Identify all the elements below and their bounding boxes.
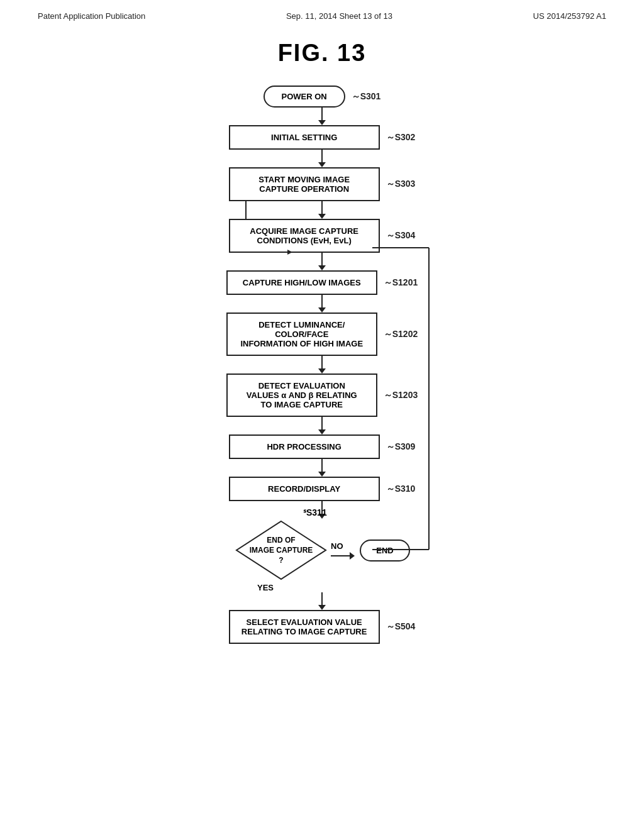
svg-text:?: ? bbox=[279, 556, 283, 565]
box-end: END bbox=[360, 540, 410, 562]
svg-text:END OF: END OF bbox=[267, 536, 295, 545]
step-s1202: DETECT LUMINANCE/COLOR/FACEINFORMATION O… bbox=[146, 313, 498, 356]
box-start-moving: START MOVING IMAGECAPTURE OPERATION bbox=[229, 167, 380, 201]
box-record-display: RECORD/DISPLAY bbox=[229, 477, 380, 501]
step-s310: RECORD/DISPLAY ～S310 bbox=[146, 477, 498, 501]
label-s304: ～S304 bbox=[386, 230, 416, 241]
step-s303: START MOVING IMAGECAPTURE OPERATION ～S30… bbox=[146, 167, 498, 201]
box-capture-highlow: CAPTURE HIGH/LOW IMAGES bbox=[226, 270, 377, 295]
figure-title: FIG. 13 bbox=[0, 40, 644, 67]
step-s302: INITIAL SETTING ～S302 bbox=[146, 125, 498, 150]
box-select-eval: SELECT EVALUATION VALUERELATING TO IMAGE… bbox=[229, 610, 380, 644]
label-s311: ˢS311 bbox=[303, 507, 327, 517]
arrow-10 bbox=[318, 592, 326, 610]
arrow-7 bbox=[318, 417, 326, 434]
label-s302: ～S302 bbox=[386, 132, 416, 143]
box-acquire-conditions: ACQUIRE IMAGE CAPTURECONDITIONS (EvH, Ev… bbox=[229, 219, 380, 253]
arrow-1 bbox=[318, 108, 326, 125]
yes-label: YES bbox=[257, 583, 274, 592]
header-center: Sep. 11, 2014 Sheet 13 of 13 bbox=[286, 11, 392, 21]
label-s1203: ～S1203 bbox=[384, 390, 418, 401]
page-header: Patent Application Publication Sep. 11, … bbox=[0, 0, 644, 27]
diamond-shape: END OF IMAGE CAPTURE ? bbox=[234, 519, 328, 582]
box-detect-eval: DETECT EVALUATIONVALUES α AND β RELATING… bbox=[226, 374, 377, 417]
box-initial-setting: INITIAL SETTING bbox=[229, 125, 380, 150]
arrow-8 bbox=[318, 459, 326, 477]
label-s1201: ～S1201 bbox=[384, 277, 418, 289]
no-label: NO bbox=[331, 541, 343, 551]
step-s311: ˢS311 END OF IMAGE CAPTURE ? NO bbox=[146, 519, 498, 582]
step-s504: SELECT EVALUATION VALUERELATING TO IMAGE… bbox=[146, 610, 498, 644]
label-s310: ～S310 bbox=[386, 484, 416, 495]
label-s1202: ～S1202 bbox=[384, 329, 418, 340]
arrow-6 bbox=[318, 356, 326, 374]
yes-branch: YES bbox=[146, 583, 498, 610]
arrow-4 bbox=[318, 253, 326, 270]
label-s303: ～S303 bbox=[386, 179, 416, 190]
arrow-back-indicator bbox=[146, 201, 498, 219]
box-detect-luminance: DETECT LUMINANCE/COLOR/FACEINFORMATION O… bbox=[226, 313, 377, 356]
box-power-on: POWER ON bbox=[264, 86, 345, 108]
arrow-3 bbox=[318, 201, 326, 219]
main-flowchart: POWER ON ～S301 INITIAL SETTING ～S302 STA… bbox=[146, 86, 498, 644]
step-s309: HDR PROCESSING ～S309 bbox=[146, 434, 498, 459]
label-s309: ～S309 bbox=[386, 441, 416, 453]
arrow-2 bbox=[318, 150, 326, 167]
step-s301: POWER ON ～S301 bbox=[146, 86, 498, 108]
label-s504: ～S504 bbox=[386, 621, 416, 633]
svg-text:IMAGE CAPTURE: IMAGE CAPTURE bbox=[250, 546, 313, 555]
step-s304: ACQUIRE IMAGE CAPTURECONDITIONS (EvH, Ev… bbox=[146, 219, 498, 253]
arrow-5 bbox=[318, 295, 326, 313]
step-s1203: DETECT EVALUATIONVALUES α AND β RELATING… bbox=[146, 374, 498, 417]
header-left: Patent Application Publication bbox=[38, 11, 145, 21]
label-s301: ～S301 bbox=[352, 91, 381, 102]
box-hdr: HDR PROCESSING bbox=[229, 434, 380, 459]
header-right: US 2014/253792 A1 bbox=[533, 11, 606, 21]
step-s1201: CAPTURE HIGH/LOW IMAGES ～S1201 bbox=[146, 270, 498, 295]
